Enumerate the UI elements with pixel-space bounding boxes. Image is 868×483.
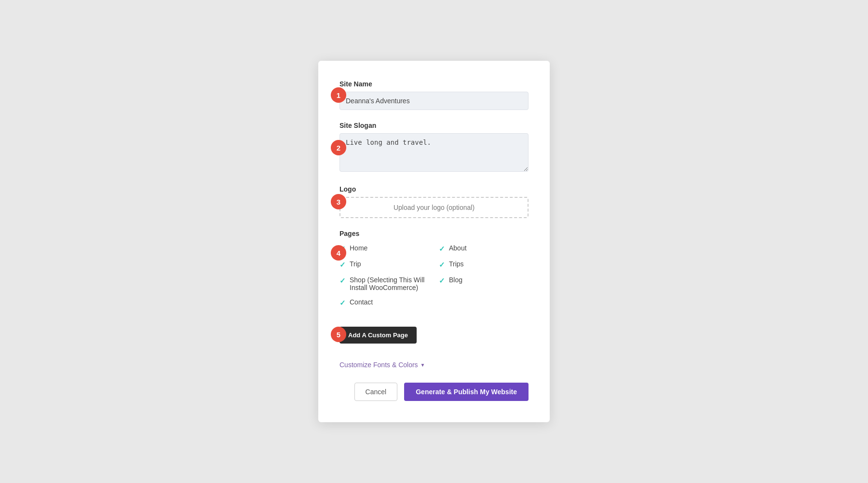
customize-fonts-colors-link[interactable]: Customize Fonts & Colors ▼ [339,361,425,369]
step-badge-1: 1 [331,87,346,103]
page-label-blog: Blog [449,276,462,284]
page-item-blog[interactable]: ✓ Blog [439,276,529,285]
page-label-trip: Trip [350,260,361,268]
page-label-about: About [449,244,467,252]
cancel-button[interactable]: Cancel [354,383,398,401]
main-dialog: 1 Site Name 2 Site Slogan Live long and … [318,61,550,422]
site-slogan-section: 2 Site Slogan Live long and travel. [339,122,529,174]
customize-link-text: Customize Fonts & Colors [339,361,418,369]
check-icon-trip: ✓ [339,261,346,269]
site-slogan-input[interactable]: Live long and travel. [339,133,529,172]
page-label-contact: Contact [350,298,373,306]
logo-label: Logo [339,185,529,193]
logo-upload-button[interactable]: Upload your logo (optional) [339,197,529,218]
page-item-trip[interactable]: ✓ Trip [339,260,429,269]
page-item-home[interactable]: ✓ Home [339,244,429,253]
footer-buttons: Cancel Generate & Publish My Website [339,383,529,401]
check-icon-contact: ✓ [339,299,346,307]
pages-label: Pages [339,230,529,237]
step-badge-3: 3 [331,194,346,209]
page-item-contact[interactable]: ✓ Contact [339,298,429,307]
page-label-home: Home [350,244,367,252]
chevron-down-icon: ▼ [420,362,425,368]
step-badge-2: 2 [331,140,346,155]
publish-button[interactable]: Generate & Publish My Website [404,383,529,401]
step-badge-4: 4 [331,245,346,261]
check-icon-blog: ✓ [439,276,445,285]
page-label-trips: Trips [449,260,464,268]
step-badge-5: 5 [331,327,346,342]
site-slogan-label: Site Slogan [339,122,529,129]
check-icon-trips: ✓ [439,261,445,269]
page-label-shop: Shop (Selecting This Will Install WooCom… [350,276,429,291]
pages-section: 4 Pages ✓ Home ✓ Trip ✓ Shop (Selecting … [339,230,529,307]
check-icon-shop: ✓ [339,276,346,285]
add-custom-page-button[interactable]: Add A Custom Page [339,327,417,344]
page-item-about[interactable]: ✓ About [439,244,529,253]
customize-section: Customize Fonts & Colors ▼ [339,352,529,369]
site-name-input[interactable] [339,92,529,110]
check-icon-about: ✓ [439,245,445,253]
site-name-section: 1 Site Name [339,80,529,110]
pages-grid: ✓ Home ✓ Trip ✓ Shop (Selecting This Wil… [339,244,529,307]
custom-page-section: 5 Add A Custom Page [339,319,529,344]
page-item-trips[interactable]: ✓ Trips [439,260,529,269]
logo-section: 3 Logo Upload your logo (optional) [339,185,529,218]
page-item-shop[interactable]: ✓ Shop (Selecting This Will Install WooC… [339,276,429,291]
site-name-label: Site Name [339,80,529,88]
